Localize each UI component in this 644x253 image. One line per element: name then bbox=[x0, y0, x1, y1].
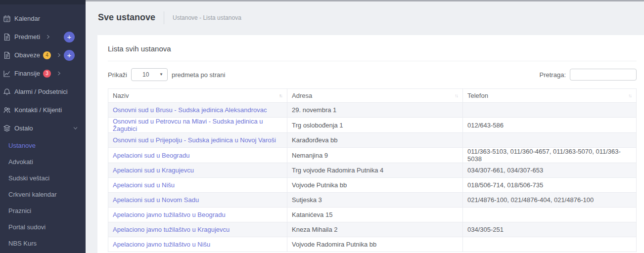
institution-link[interactable]: Apelacioni sud u Novom Sadu bbox=[113, 196, 199, 204]
cell-naziv: Apelaciono javno tužilaštvo u Nišu bbox=[108, 237, 287, 252]
sidebar-item-predmeti[interactable]: Predmeti+ bbox=[0, 28, 86, 46]
calendar-icon: 15 bbox=[3, 15, 11, 23]
cell-adresa: Trg oslobođenja 1 bbox=[287, 118, 463, 133]
layers-icon bbox=[3, 125, 11, 132]
table-controls: Prikaži 10 ▼ predmeta po strani Pretraga… bbox=[108, 68, 637, 81]
table-row: Osnovni sud u Petrovcu na Mlavi - Sudska… bbox=[108, 118, 637, 133]
sidebar-item-obaveze[interactable]: Obaveze4+ bbox=[0, 46, 86, 64]
column-label: Telefon bbox=[467, 92, 488, 99]
table-row: Osnovni sud u Prijepolju - Sudska jedini… bbox=[108, 133, 637, 148]
cell-naziv: Apelaciono javno tužilaštvo u Beogradu bbox=[108, 208, 287, 222]
column-label: Adresa bbox=[292, 92, 312, 99]
table-row: Apelacioni sud u NišuVojvode Putnika bb0… bbox=[108, 178, 637, 193]
sidebar-item-label: Obaveze bbox=[14, 51, 40, 59]
sidebar-item-kalendar[interactable]: 15Kalendar bbox=[0, 9, 86, 28]
sidebar-item-kontakti-klijenti[interactable]: Kontakti / Klijenti bbox=[0, 101, 86, 119]
institution-link[interactable]: Apelacioni sud u Kragujevcu bbox=[113, 167, 194, 174]
institution-link[interactable]: Apelaciono javno tužilaštvo u Kragujevcu bbox=[113, 226, 230, 233]
sidebar-subitem-ustanove[interactable]: Ustanove bbox=[0, 137, 86, 154]
sidebar-subitem-crkveni-kalendar[interactable]: Crkveni kalendar bbox=[0, 186, 86, 203]
cell-naziv: Apelacioni sud u Nišu bbox=[108, 178, 287, 193]
cell-telefon: 034/305-251 bbox=[463, 222, 637, 237]
page-title: Sve ustanove bbox=[98, 12, 155, 23]
page-length-label-after: predmeta po strani bbox=[172, 71, 225, 79]
cell-adresa: Vojvode Putnika bb bbox=[287, 178, 463, 193]
main-area: Sve ustanove Ustanove - Lista ustanova L… bbox=[86, 0, 644, 253]
panel-title: Lista svih ustanova bbox=[108, 44, 637, 53]
sidebar-subitem-nbs-kurs[interactable]: NBS Kurs bbox=[0, 235, 86, 252]
sidebar-item-ostalo[interactable]: Ostalo bbox=[0, 119, 86, 137]
cell-telefon: 021/4876-100, 021/4876-404, 021/4876-100 bbox=[463, 193, 637, 208]
sidebar-top-band bbox=[0, 0, 86, 4]
table-row: Apelacioni sud u KragujevcuTrg vojvode R… bbox=[108, 163, 637, 178]
search-label: Pretraga: bbox=[540, 71, 566, 79]
sidebar-item-label: Ostalo bbox=[14, 125, 33, 132]
count-badge: 4 bbox=[43, 51, 51, 59]
institutions-panel: Lista svih ustanova Prikaži 10 ▼ predmet… bbox=[97, 35, 644, 253]
cell-naziv: Apelacioni sud u Kragujevcu bbox=[108, 163, 287, 178]
cell-naziv: Apelacioni sud u Novom Sadu bbox=[108, 193, 287, 208]
institution-link[interactable]: Apelacioni sud u Nišu bbox=[113, 181, 175, 189]
cell-adresa: Kneza Mihaila 2 bbox=[287, 222, 463, 237]
table-header-row: Naziv↑↓Adresa↑↓Telefon↑↓ bbox=[108, 89, 637, 103]
cell-adresa: Sutjeska 3 bbox=[287, 193, 463, 208]
sort-icon: ↑↓ bbox=[455, 93, 459, 98]
cell-telefon: 012/643-586 bbox=[463, 118, 637, 133]
column-header-telefon[interactable]: Telefon↑↓ bbox=[463, 89, 637, 103]
page-header: Sve ustanove Ustanove - Lista ustanova bbox=[86, 1, 644, 34]
table-row: Apelaciono javno tužilaštvo u Kragujevcu… bbox=[108, 222, 637, 237]
table-row: Apelaciono javno tužilaštvo u BeograduKa… bbox=[108, 208, 637, 222]
sidebar-subitem-portal-sudovi[interactable]: Portal sudovi bbox=[0, 219, 86, 235]
cell-adresa: Nemanjina 9 bbox=[287, 148, 463, 163]
sidebar-subitem-advokati[interactable]: Advokati bbox=[0, 154, 86, 170]
cell-telefon bbox=[463, 208, 637, 222]
institution-link[interactable]: Apelaciono javno tužilaštvo u Beogradu bbox=[113, 211, 226, 218]
institution-link[interactable]: Apelaciono javno tužilaštvo u Nišu bbox=[113, 241, 210, 248]
header-divider bbox=[164, 11, 164, 24]
institution-link[interactable]: Osnovni sud u Prijepolju - Sudska jedini… bbox=[113, 136, 276, 144]
chevron-right-icon bbox=[57, 53, 61, 57]
institution-link[interactable]: Osnovni sud u Petrovcu na Mlavi - Sudska… bbox=[113, 118, 263, 132]
document-icon bbox=[3, 33, 11, 41]
table-row: Apelaciono javno tužilaštvo u NišuVojvod… bbox=[108, 237, 637, 252]
institutions-table: Naziv↑↓Adresa↑↓Telefon↑↓ Osnovni sud u B… bbox=[108, 88, 637, 252]
table-row: Apelacioni sud u Novom SaduSutjeska 3021… bbox=[108, 193, 637, 208]
sidebar-subitem-praznici[interactable]: Praznici bbox=[0, 203, 86, 219]
search-input[interactable] bbox=[570, 69, 637, 81]
table-row: Osnovni sud u Brusu - Sudska jedinica Al… bbox=[108, 103, 637, 118]
cell-telefon bbox=[463, 103, 637, 118]
sort-icon: ↑↓ bbox=[628, 93, 632, 98]
search-control: Pretraga: bbox=[540, 69, 637, 81]
sidebar-subnav: UstanoveAdvokatiSudski veštaciCrkveni ka… bbox=[0, 137, 86, 252]
svg-text:15: 15 bbox=[5, 18, 9, 21]
sidebar-subitem-sudski-ve-taci[interactable]: Sudski veštaci bbox=[0, 170, 86, 186]
cell-telefon: 034/307-661, 034/307-653 bbox=[463, 163, 637, 178]
add-button[interactable]: + bbox=[64, 50, 75, 61]
column-header-naziv[interactable]: Naziv↑↓ bbox=[108, 89, 287, 103]
add-button[interactable]: + bbox=[64, 32, 75, 42]
column-label: Naziv bbox=[113, 92, 129, 99]
cell-adresa: Karađorđeva bb bbox=[287, 133, 463, 148]
panel-divider bbox=[108, 61, 637, 61]
page-length-label-before: Prikaži bbox=[108, 71, 127, 79]
institution-link[interactable]: Apelacioni sud u Beogradu bbox=[113, 152, 189, 159]
sidebar-item-label: Predmeti bbox=[14, 33, 40, 41]
count-badge: 3 bbox=[43, 70, 51, 78]
cell-telefon bbox=[463, 237, 637, 252]
sidebar-item-finansije[interactable]: Finansije3 bbox=[0, 64, 86, 83]
cell-telefon bbox=[463, 133, 637, 148]
institution-link[interactable]: Osnovni sud u Brusu - Sudska jedinica Al… bbox=[113, 106, 267, 114]
chart-icon bbox=[3, 70, 11, 78]
chevron-right-icon bbox=[57, 71, 61, 76]
sidebar-item-label: Alarmi / Podsetnici bbox=[14, 88, 68, 95]
cell-naziv: Apelacioni sud u Beogradu bbox=[108, 148, 287, 163]
cell-naziv: Apelaciono javno tužilaštvo u Kragujevcu bbox=[108, 222, 287, 237]
document-icon bbox=[3, 51, 11, 59]
page-length-select[interactable]: 10 bbox=[131, 68, 168, 81]
sidebar-item-alarmi-podsetnici[interactable]: Alarmi / Podsetnici bbox=[0, 83, 86, 101]
sidebar-item-label: Kontakti / Klijenti bbox=[14, 106, 62, 114]
sidebar-item-label: Kalendar bbox=[14, 15, 40, 22]
cell-naziv: Osnovni sud u Petrovcu na Mlavi - Sudska… bbox=[108, 118, 287, 133]
cell-telefon: 011/363-5103, 011/360-4657, 011/363-5070… bbox=[463, 148, 637, 163]
column-header-adresa[interactable]: Adresa↑↓ bbox=[287, 89, 463, 103]
